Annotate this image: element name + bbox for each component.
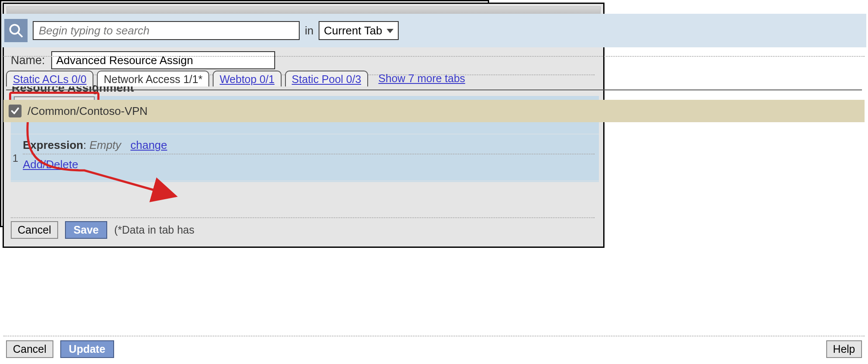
expression-value: Empty [90, 139, 121, 151]
svg-point-0 [10, 25, 19, 34]
add-delete-link[interactable]: Add/Delete [23, 158, 78, 171]
separator [11, 217, 595, 218]
name-input[interactable] [51, 51, 275, 69]
search-scope-select[interactable]: Current Tab [319, 21, 399, 40]
tab-static-pool[interactable]: Static Pool 0/3 [285, 71, 368, 86]
search-input[interactable] [33, 21, 300, 40]
entry-separator [23, 154, 595, 154]
tab-webtop[interactable]: Webtop 0/1 [213, 71, 281, 86]
tab-underline [6, 89, 862, 90]
expression-label: Expression [23, 139, 83, 151]
cancel-button[interactable]: Cancel [11, 221, 58, 239]
search-in-label: in [305, 24, 313, 37]
resource-tabs: Static ACLs 0/0 Network Access 1/1* Webt… [6, 71, 465, 86]
expression-change-link[interactable]: change [130, 139, 167, 151]
entry-cell: Expression: Empty change Add/Delete [23, 139, 595, 176]
resource-item-row[interactable]: /Common/Contoso-VPN [3, 100, 865, 122]
show-more-tabs-link[interactable]: Show 7 more tabs [378, 72, 465, 85]
tab-static-acls[interactable]: Static ACLs 0/0 [6, 71, 93, 86]
svg-line-1 [18, 33, 23, 37]
resource-item-checkbox[interactable] [9, 105, 22, 117]
separator [3, 56, 865, 57]
save-button[interactable]: Save [65, 221, 107, 239]
search-strip: in Current Tab [2, 14, 866, 47]
bottom-bar: Cancel Update Help [6, 340, 862, 358]
update-button[interactable]: Update [60, 340, 114, 358]
bottom-bar: Cancel Save (*Data in tab has [11, 221, 194, 239]
name-row: Name: [11, 51, 275, 69]
cancel-button[interactable]: Cancel [6, 340, 53, 358]
entry-index: 1 [12, 152, 18, 164]
tab-network-access[interactable]: Network Access 1/1* [97, 71, 209, 86]
entry-row: 1 Expression: Empty change Add/Delete [11, 134, 599, 181]
search-icon [4, 19, 28, 42]
unsaved-note: (*Data in tab has [114, 224, 194, 236]
help-button[interactable]: Help [826, 340, 862, 358]
separator [3, 336, 865, 336]
resource-item-label: /Common/Contoso-VPN [28, 105, 148, 118]
